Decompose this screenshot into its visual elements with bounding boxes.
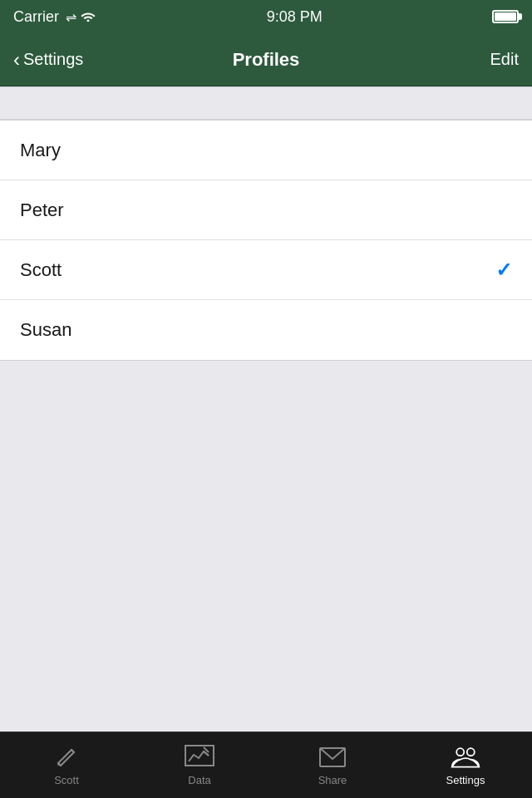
profile-item-susan[interactable]: Susan bbox=[0, 300, 532, 360]
tab-settings-label: Settings bbox=[446, 774, 485, 786]
pencil-icon bbox=[52, 744, 81, 771]
nav-bar: ‹ Settings Profiles Edit bbox=[0, 33, 532, 86]
wifi-icon: ⇌ bbox=[66, 9, 96, 25]
page-title: Profiles bbox=[233, 49, 300, 71]
tab-data[interactable]: Data bbox=[133, 732, 266, 798]
profile-name: Scott bbox=[20, 259, 62, 281]
chart-icon bbox=[185, 744, 214, 771]
svg-point-3 bbox=[456, 748, 464, 756]
profile-name: Peter bbox=[20, 200, 64, 221]
selected-checkmark: ✓ bbox=[495, 259, 512, 282]
people-icon bbox=[451, 744, 480, 771]
profile-list: Mary Peter Scott ✓ Susan bbox=[0, 120, 532, 361]
tab-share-label: Share bbox=[318, 774, 347, 786]
profile-item-peter[interactable]: Peter bbox=[0, 180, 532, 240]
tab-bar: Scott Data Share bbox=[0, 732, 532, 798]
back-label: Settings bbox=[23, 50, 83, 69]
edit-button[interactable]: Edit bbox=[490, 50, 519, 69]
tab-scott-label: Scott bbox=[54, 774, 79, 786]
tab-share[interactable]: Share bbox=[266, 732, 399, 798]
time-label: 9:08 PM bbox=[267, 8, 323, 26]
profile-name: Mary bbox=[20, 140, 61, 161]
status-bar-left: Carrier ⇌ bbox=[13, 8, 96, 26]
carrier-label: Carrier bbox=[13, 8, 59, 26]
tab-data-label: Data bbox=[188, 774, 210, 786]
back-chevron-icon: ‹ bbox=[13, 50, 20, 70]
profile-item-mary[interactable]: Mary bbox=[0, 121, 532, 180]
svg-rect-0 bbox=[185, 746, 214, 766]
status-bar: Carrier ⇌ 9:08 PM bbox=[0, 0, 532, 33]
mail-icon bbox=[318, 744, 347, 771]
tab-scott[interactable]: Scott bbox=[0, 732, 133, 798]
profile-item-scott[interactable]: Scott ✓ bbox=[0, 240, 532, 300]
top-spacer bbox=[0, 86, 532, 120]
empty-content-area bbox=[0, 361, 532, 733]
back-button[interactable]: ‹ Settings bbox=[13, 50, 83, 70]
svg-point-4 bbox=[467, 748, 475, 756]
profile-name: Susan bbox=[20, 319, 71, 341]
battery-icon bbox=[492, 10, 519, 23]
tab-settings[interactable]: Settings bbox=[399, 732, 532, 798]
